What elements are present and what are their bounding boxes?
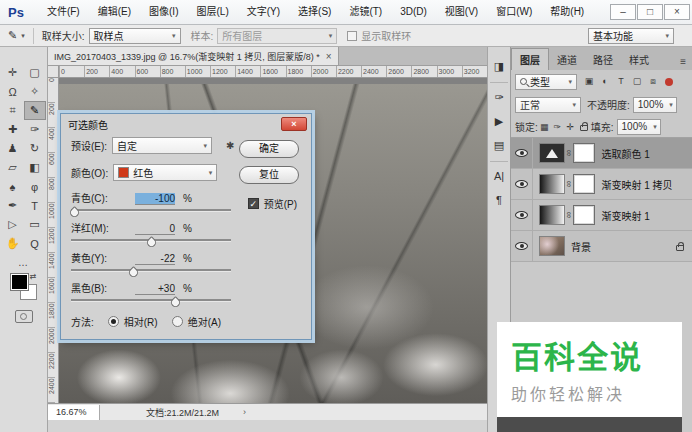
tool-presets-panel-icon[interactable]: ▤: [488, 134, 510, 158]
selective-color-thumbnail[interactable]: [539, 143, 565, 163]
status-arrow-icon[interactable]: ›: [243, 407, 246, 417]
menu-item-6[interactable]: 选择(S): [289, 0, 340, 24]
tab-样式[interactable]: 样式: [621, 49, 657, 70]
yellow-value-field[interactable]: -22: [135, 253, 175, 265]
show-sampling-ring-checkbox[interactable]: [347, 31, 357, 41]
filter-toggle-icon[interactable]: [665, 78, 673, 86]
layer-row-selective-color[interactable]: ∞ 选取颜色 1: [511, 138, 692, 169]
pen-tool[interactable]: ✒: [2, 196, 24, 215]
layer-row-gradient-map[interactable]: ∞ 渐变映射 1: [511, 200, 692, 231]
layer-mask-thumbnail[interactable]: [573, 174, 595, 194]
tool-preset-caret-icon[interactable]: ▾: [21, 32, 25, 40]
black-value-field[interactable]: +30: [135, 283, 175, 295]
background-thumbnail[interactable]: [539, 236, 565, 256]
black-slider-thumb[interactable]: [169, 296, 182, 309]
foreground-color-swatch[interactable]: [11, 274, 28, 290]
sample-select[interactable]: 所有图层 ▾: [217, 28, 337, 44]
lock-paint-icon[interactable]: ✑: [551, 122, 564, 132]
opacity-select[interactable]: 100% ▾: [633, 97, 677, 113]
visibility-eye-icon[interactable]: [515, 149, 528, 157]
menu-item-4[interactable]: 图层(L): [187, 0, 237, 24]
gear-icon[interactable]: ✱: [226, 140, 234, 151]
shape-tool[interactable]: ▭: [24, 215, 46, 234]
visibility-eye-icon[interactable]: [515, 211, 528, 219]
healing-brush-tool[interactable]: ✚: [2, 120, 24, 139]
reset-button[interactable]: 复位: [239, 166, 299, 184]
menu-item-2[interactable]: 编辑(E): [89, 0, 140, 24]
fill-select[interactable]: 100% ▾: [617, 119, 661, 135]
tab-图层[interactable]: 图层: [511, 48, 549, 70]
type-tool[interactable]: T: [24, 196, 46, 215]
preset-select[interactable]: 自定 ▾: [112, 137, 212, 154]
swap-colors-icon[interactable]: ⇄: [30, 272, 37, 281]
menu-item-1[interactable]: 文件(F): [38, 0, 89, 24]
lock-all-icon[interactable]: [580, 125, 588, 131]
menu-item-10[interactable]: 窗口(W): [487, 0, 541, 24]
menu-item-3[interactable]: 图像(I): [140, 0, 187, 24]
layer-row-background[interactable]: 背景: [511, 231, 692, 262]
blur-tool[interactable]: ♠: [2, 177, 24, 196]
menu-item-9[interactable]: 视图(V): [436, 0, 487, 24]
eyedropper-tool[interactable]: ✎: [24, 101, 46, 120]
visibility-eye-icon[interactable]: [515, 180, 528, 188]
zoom-level-field[interactable]: 16.67%: [48, 405, 100, 420]
menu-item-8[interactable]: 3D(D): [391, 0, 436, 24]
panel-menu-icon[interactable]: ≡: [680, 56, 692, 70]
history-brush-tool[interactable]: ↻: [24, 139, 46, 158]
character-panel-icon[interactable]: A|: [488, 165, 510, 189]
path-selection-tool[interactable]: ▷: [2, 215, 24, 234]
ok-button[interactable]: 确定: [239, 140, 299, 158]
layer-mask-thumbnail[interactable]: [573, 205, 595, 225]
gradient-map-thumbnail[interactable]: [539, 174, 565, 194]
lock-transparent-icon[interactable]: ▦: [538, 122, 551, 132]
crop-tool[interactable]: ⌗: [2, 101, 24, 120]
layer-row-gradient-map-copy[interactable]: ∞ 渐变映射 1 拷贝: [511, 169, 692, 200]
type-layers-filter-icon[interactable]: T: [613, 76, 629, 87]
relative-radio[interactable]: [108, 316, 119, 327]
workspace-select[interactable]: 基本功能 ▾: [588, 28, 674, 44]
lock-position-icon[interactable]: ✛: [564, 122, 577, 132]
dialog-title-bar[interactable]: 可选颜色 ×: [61, 114, 311, 134]
absolute-radio[interactable]: [172, 316, 183, 327]
brush-tool[interactable]: ✑: [24, 120, 46, 139]
layer-name[interactable]: 背景: [571, 239, 591, 254]
smart-object-filter-icon[interactable]: ⧈: [645, 76, 661, 87]
gradient-tool[interactable]: ◧: [24, 158, 46, 177]
sample-size-select[interactable]: 取样点 ▾: [89, 28, 181, 44]
layer-name[interactable]: 渐变映射 1 拷贝: [601, 177, 672, 192]
hand-tool[interactable]: ✋: [2, 234, 24, 253]
menu-item-11[interactable]: 帮助(H): [541, 0, 593, 24]
pixel-layers-filter-icon[interactable]: ▣: [581, 76, 597, 87]
quick-mask-button[interactable]: [15, 310, 33, 323]
layer-name[interactable]: 渐变映射 1: [601, 208, 649, 223]
close-button[interactable]: ×: [664, 4, 690, 20]
filter-kind-select[interactable]: 类型 ▾: [515, 74, 577, 90]
minimize-button[interactable]: –: [610, 4, 636, 20]
quick-selection-tool[interactable]: ✧: [24, 82, 46, 101]
color-select[interactable]: 红色 ▾: [113, 164, 217, 181]
eraser-tool[interactable]: ▱: [2, 158, 24, 177]
shape-layers-filter-icon[interactable]: ▢: [629, 76, 645, 87]
cyan-slider-track[interactable]: [71, 207, 231, 217]
lasso-tool[interactable]: Ω: [2, 82, 24, 101]
menu-item-7[interactable]: 滤镜(T): [340, 0, 391, 24]
tab-close-icon[interactable]: ×: [326, 51, 332, 62]
magenta-slider-thumb[interactable]: [145, 236, 158, 249]
tab-通道[interactable]: 通道: [549, 49, 585, 70]
yellow-slider-thumb[interactable]: [128, 266, 141, 279]
dialog-close-button[interactable]: ×: [281, 117, 307, 131]
brush-presets-panel-icon[interactable]: ✑: [488, 86, 510, 110]
tab-路径[interactable]: 路径: [585, 49, 621, 70]
visibility-eye-icon[interactable]: [515, 242, 528, 250]
magenta-value-field[interactable]: 0: [135, 223, 175, 235]
preview-checkbox[interactable]: ✓: [248, 198, 259, 209]
marquee-tool[interactable]: ▢: [24, 63, 46, 82]
move-tool[interactable]: ✛: [2, 63, 24, 82]
clone-stamp-tool[interactable]: ♟: [2, 139, 24, 158]
menu-item-5[interactable]: 文字(Y): [238, 0, 289, 24]
edit-toolbar-button[interactable]: …: [0, 257, 47, 268]
eyedropper-icon[interactable]: ✎: [8, 29, 17, 42]
cyan-value-field[interactable]: -100: [135, 193, 175, 205]
magenta-slider-track[interactable]: [71, 237, 231, 247]
layer-mask-thumbnail[interactable]: [573, 143, 595, 163]
